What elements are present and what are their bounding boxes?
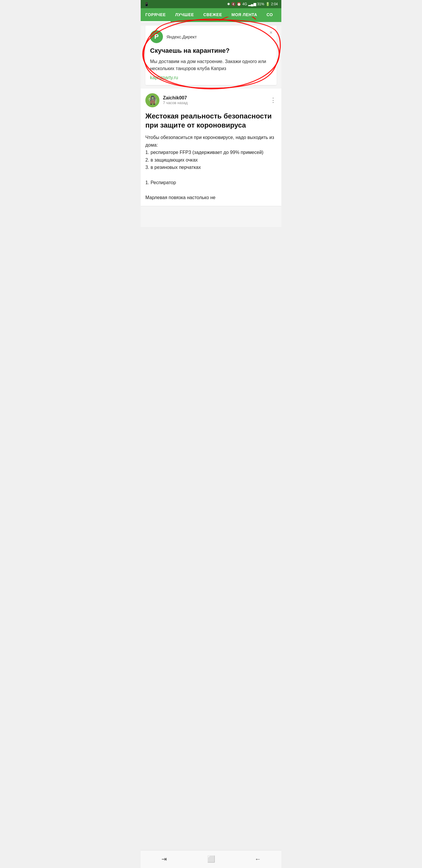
ad-card-wrapper: P Яндекс.Директ × Скучаешь на карантине?… bbox=[143, 26, 279, 85]
signal-icon: ▂▄▆ bbox=[248, 2, 256, 6]
ad-avatar: P bbox=[150, 30, 163, 43]
post-avatar: 🧌 bbox=[145, 93, 159, 107]
post-title: Жестокая реальность безопасности при защ… bbox=[145, 112, 277, 130]
device-icon: 📱 bbox=[144, 2, 149, 6]
ad-header: P Яндекс.Директ × bbox=[150, 30, 272, 43]
tab-hot[interactable]: ГОРЯЧЕЕ bbox=[141, 8, 170, 22]
post-body: Чтобы обезопаситься при короновирусе, на… bbox=[145, 134, 277, 201]
status-right: ✱ 🔇 ⏰ 4G ▂▄▆ 31% 🔋 2:04 bbox=[227, 2, 278, 6]
tab-fresh[interactable]: СВЕЖЕЕ bbox=[199, 8, 227, 22]
ad-link[interactable]: kaprizparty.ru bbox=[150, 75, 272, 80]
alarm-icon: ⏰ bbox=[237, 2, 241, 6]
status-left: 📱 bbox=[144, 2, 149, 6]
post-body-text: Чтобы обезопаситься при короновирусе, на… bbox=[145, 135, 274, 200]
post-time: 7 часов назад bbox=[163, 101, 270, 105]
time-display: 2:04 bbox=[271, 2, 278, 6]
post-card: 🧌 Zaichik007 7 часов назад ⋮ Жестокая ре… bbox=[141, 89, 281, 206]
bluetooth-icon: ✱ bbox=[227, 2, 230, 6]
post-username[interactable]: Zaichik007 bbox=[163, 95, 270, 101]
content-area: P Яндекс.Директ × Скучаешь на карантине?… bbox=[141, 26, 281, 227]
avatar-image: 🧌 bbox=[148, 95, 158, 105]
post-menu-button[interactable]: ⋮ bbox=[270, 96, 277, 104]
nav-tabs: ГОРЯЧЕЕ ЛУЧШЕЕ СВЕЖЕЕ МОЯ ЛЕНТА СО bbox=[141, 8, 281, 22]
post-meta: Zaichik007 7 часов назад bbox=[163, 95, 270, 105]
ad-body: Мы доставим на дом настроение. Закажи од… bbox=[150, 58, 272, 72]
ad-close-button[interactable]: × bbox=[269, 30, 272, 36]
ad-source: Яндекс.Директ bbox=[166, 34, 197, 39]
tab-co[interactable]: СО bbox=[262, 8, 278, 22]
battery-icon: 🔋 bbox=[265, 2, 270, 6]
tab-my-feed[interactable]: МОЯ ЛЕНТА bbox=[227, 8, 262, 22]
battery-percent: 31% bbox=[257, 2, 264, 6]
post-header: 🧌 Zaichik007 7 часов назад ⋮ bbox=[145, 93, 277, 107]
network-icon: 4G bbox=[242, 2, 247, 6]
ad-card: P Яндекс.Директ × Скучаешь на карантине?… bbox=[145, 26, 277, 85]
status-bar: 📱 ✱ 🔇 ⏰ 4G ▂▄▆ 31% 🔋 2:04 bbox=[141, 0, 281, 8]
tab-best[interactable]: ЛУЧШЕЕ bbox=[170, 8, 199, 22]
mute-icon: 🔇 bbox=[231, 2, 236, 6]
ad-title: Скучаешь на карантине? bbox=[150, 46, 272, 55]
